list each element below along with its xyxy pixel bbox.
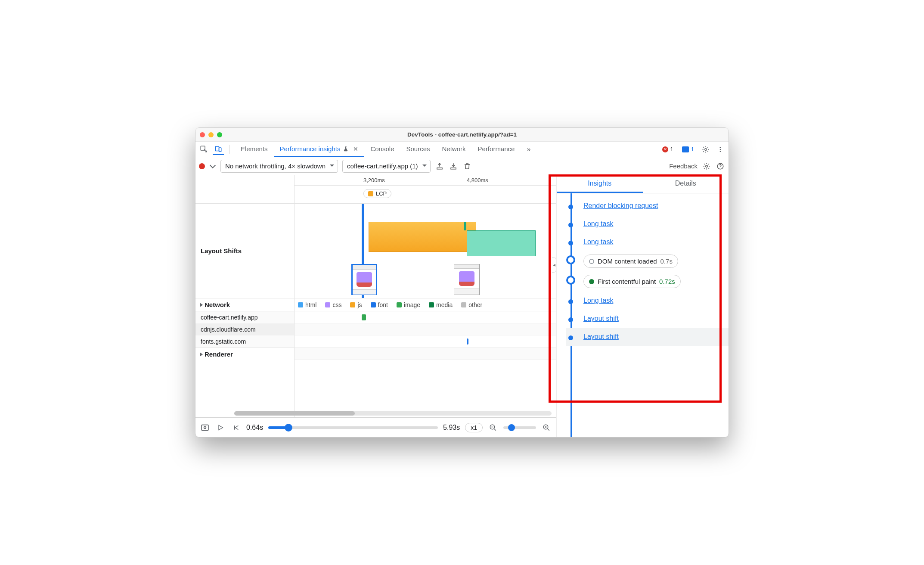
legend-swatch (397, 302, 402, 307)
insight-item[interactable]: Long task (566, 233, 729, 251)
zoom-slider[interactable] (503, 426, 536, 429)
insight-link[interactable]: Layout shift (583, 333, 619, 340)
timeline-area[interactable]: Layout Shifts Network coffee-cart.netlif… (195, 175, 556, 417)
reveal-icon[interactable] (200, 422, 210, 433)
legend-label: image (404, 301, 420, 308)
throttling-select[interactable]: No network throttling, 4× slowdown (220, 160, 338, 173)
tab-details[interactable]: Details (643, 175, 729, 193)
renderer-row-header[interactable]: Renderer (195, 348, 294, 360)
device-toolbar-icon[interactable] (213, 144, 224, 155)
lcp-chip[interactable]: LCP (363, 189, 391, 198)
record-button[interactable] (199, 163, 205, 169)
panel-resize-handle[interactable]: ◂ (552, 257, 556, 273)
legend-image: image (397, 301, 420, 308)
help-icon[interactable] (716, 161, 725, 171)
insight-link[interactable]: Layout shift (583, 315, 619, 322)
network-host-row[interactable]: cdnjs.cloudflare.com (195, 323, 294, 335)
timeline-body[interactable]: s 3,200ms 4,800ms LCP (295, 175, 556, 417)
renderer-lane[interactable] (295, 348, 556, 360)
insights-list[interactable]: Render blocking request Long task Long t… (557, 193, 729, 437)
horizontal-scrollbar[interactable] (234, 411, 552, 416)
titlebar: DevTools - coffee-cart.netlify.app/?ad=1 (195, 128, 729, 142)
tab-performance[interactable]: Performance (472, 142, 521, 157)
insight-dot-icon (568, 335, 573, 340)
close-tab-icon[interactable]: ✕ (353, 146, 358, 152)
tab-network[interactable]: Network (436, 142, 472, 157)
errors-badge[interactable]: ✕ 1 (660, 145, 676, 153)
network-lane[interactable] (295, 335, 556, 348)
insight-item[interactable]: Layout shift (566, 310, 729, 328)
lcp-track: LCP (295, 186, 556, 204)
scrubber-knob[interactable] (285, 424, 292, 432)
legend-css: css (325, 301, 341, 308)
origin-select[interactable]: coffee-cart.netlify.app (1) (342, 160, 431, 173)
zoom-in-icon[interactable] (541, 422, 552, 433)
settings-gear-icon[interactable] (700, 144, 711, 155)
errors-count: 1 (670, 146, 673, 152)
record-menu-button[interactable] (209, 165, 216, 168)
insight-item[interactable]: Long task (566, 292, 729, 310)
tab-sources[interactable]: Sources (400, 142, 436, 157)
network-host-row[interactable]: fonts.gstatic.com (195, 335, 294, 348)
network-bar[interactable] (362, 314, 366, 320)
delete-icon[interactable] (462, 161, 472, 171)
insight-item[interactable]: Render blocking request (566, 197, 729, 215)
network-bar[interactable] (467, 338, 468, 345)
throttling-value: No network throttling, 4× slowdown (225, 162, 326, 170)
network-legend: html css js font image media other (295, 298, 556, 311)
zoom-slider-knob[interactable] (508, 424, 515, 431)
milestone-pill: DOM content loaded 0.7s (583, 255, 678, 268)
zoom-out-icon[interactable] (488, 422, 498, 433)
lcp-span-block[interactable] (369, 222, 476, 252)
error-icon: ✕ (662, 146, 668, 152)
timeline-header-spacer (195, 175, 294, 204)
tab-insights[interactable]: Insights (557, 175, 643, 193)
insight-dot-icon (568, 205, 573, 209)
go-to-start-icon[interactable] (231, 422, 241, 433)
inspect-element-icon[interactable] (198, 144, 209, 155)
filmstrip-frame-selected[interactable] (351, 264, 377, 295)
more-tabs-button[interactable]: » (524, 146, 533, 153)
tab-label: Performance insights (280, 145, 341, 152)
network-row-header[interactable]: Network (195, 298, 294, 311)
legend-label: media (436, 301, 453, 308)
timeline-span-block[interactable] (467, 230, 536, 256)
messages-count: 1 (691, 146, 694, 152)
flask-icon (343, 146, 349, 152)
insight-item[interactable]: Long task (566, 215, 729, 233)
filmstrip-frame[interactable] (454, 264, 480, 295)
insight-link[interactable]: Long task (583, 220, 613, 227)
tab-console[interactable]: Console (364, 142, 400, 157)
kebab-menu-icon[interactable] (715, 144, 726, 155)
insights-toolbar: No network throttling, 4× slowdown coffe… (195, 157, 729, 175)
insight-link[interactable]: Long task (583, 238, 613, 245)
timeline-span-block[interactable] (464, 222, 466, 230)
milestone-label: First contentful paint (598, 278, 656, 285)
insight-milestone[interactable]: DOM content loaded 0.7s (566, 251, 729, 271)
import-icon[interactable] (449, 161, 458, 171)
tab-performance-insights[interactable]: Performance insights ✕ (274, 142, 365, 157)
play-icon[interactable] (215, 422, 226, 433)
divider (229, 145, 229, 154)
toolbar-gear-icon[interactable] (702, 161, 711, 171)
zoom-level-pill[interactable]: x1 (465, 423, 483, 432)
origin-value: coffee-cart.netlify.app (1) (347, 162, 418, 170)
tab-elements[interactable]: Elements (235, 142, 274, 157)
network-lane[interactable] (295, 323, 556, 335)
scrollbar-thumb[interactable] (234, 411, 355, 416)
network-host-row[interactable]: coffee-cart.netlify.app (195, 311, 294, 323)
milestone-ring-icon (566, 255, 575, 264)
messages-badge[interactable]: 1 (679, 145, 697, 153)
insight-milestone[interactable]: First contentful paint 0.72s (566, 271, 729, 292)
insight-item-selected[interactable]: Layout shift (566, 328, 729, 346)
lcp-chip-label: LCP (376, 190, 387, 197)
insight-link[interactable]: Render blocking request (583, 202, 658, 209)
ruler-tick: 3,200ms (363, 177, 385, 183)
disclosure-triangle-icon (200, 303, 203, 307)
insight-dot-icon (568, 241, 573, 245)
network-lane[interactable] (295, 311, 556, 323)
timeline-scrubber[interactable] (268, 426, 438, 429)
feedback-link[interactable]: Feedback (669, 162, 698, 170)
insight-link[interactable]: Long task (583, 297, 613, 304)
export-icon[interactable] (435, 161, 444, 171)
